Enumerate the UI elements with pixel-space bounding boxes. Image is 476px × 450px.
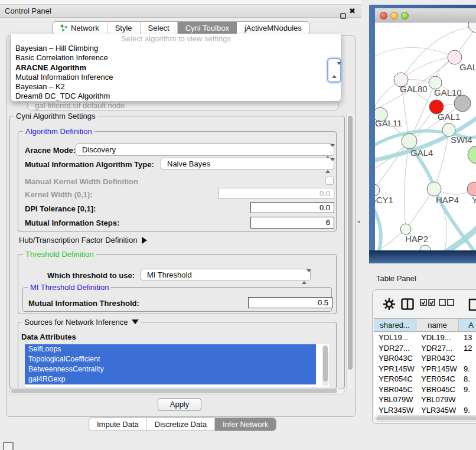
tab-network[interactable]: Network <box>53 22 107 34</box>
network-canvas[interactable]: GALGAL80GAL10GAL1GAL11SWI4GAL4GCY1HAP4YH… <box>375 22 476 250</box>
dropdown-item-aracne-algorithm[interactable]: ARACNE Algorithm <box>11 63 341 73</box>
tab-select[interactable]: Select <box>141 22 178 34</box>
node-label-hap2: HAP2 <box>405 234 428 244</box>
new-table-icon[interactable] <box>468 298 476 314</box>
column-header-name[interactable]: name <box>416 319 459 331</box>
mi-threshold-field[interactable]: 0.5 <box>248 297 332 308</box>
float-window-icon[interactable] <box>340 13 346 19</box>
mi-steps-field[interactable]: 6 <box>250 217 334 229</box>
tab-label: jActiveMNodules <box>244 24 302 32</box>
tab-label: Network <box>71 24 99 32</box>
dropdown-item-dream8-dc-tdc-algorithm[interactable]: Dream8 DC_TDC Algorithm <box>11 92 341 101</box>
top-strip <box>0 0 361 5</box>
dropdown-item-bayesian-hill-climbing[interactable]: Bayesian – Hill Climbing <box>11 44 341 53</box>
stepper-icon <box>325 146 330 157</box>
table-row[interactable]: YBR043CYBR043C <box>374 353 476 364</box>
network-node[interactable] <box>454 95 471 112</box>
node-label-gal: GAL <box>459 62 476 72</box>
network-window-titlebar[interactable] <box>375 8 476 22</box>
table-cell: YDL19... <box>416 332 459 343</box>
apply-button[interactable]: Apply <box>158 398 201 411</box>
bottom-tabbar: Impute DataDiscretize DataInfer Network <box>89 418 276 431</box>
network-edge <box>375 141 409 190</box>
network-node-hap4[interactable] <box>427 182 441 196</box>
list-scrollbar[interactable] <box>322 345 328 386</box>
kernel-width-label: Kernel Width (0,1): <box>25 190 93 199</box>
table-cell: YDR27... <box>374 343 416 354</box>
network-node-gcy1[interactable] <box>375 184 380 196</box>
network-node[interactable] <box>468 146 476 164</box>
zoom-traffic-light-icon[interactable] <box>401 12 409 19</box>
data-attributes-list[interactable]: SelfLoopsTopologicalCoefficientBetweenne… <box>25 344 329 387</box>
tab-style[interactable]: Style <box>107 22 141 34</box>
sources-toggle[interactable]: Sources for Network Inference <box>22 318 141 327</box>
tab-infer-network[interactable]: Infer Network <box>215 418 276 431</box>
docked-panel-icon[interactable] <box>3 442 14 450</box>
node-label-gal80: GAL80 <box>400 84 428 94</box>
node-label-gal10: GAL10 <box>434 87 462 97</box>
tab-impute-data[interactable]: Impute Data <box>89 418 147 431</box>
attribute-item-selfloops[interactable]: SelfLoops <box>25 344 316 354</box>
columns-icon[interactable] <box>401 298 414 312</box>
table-row[interactable]: YBL079WYBL079W <box>374 394 476 405</box>
node-table-rows: YDL19...YDL19...13YDR27...YDR27...12YBR0… <box>374 332 476 415</box>
table-panel: shared...nameA YDL19...YDL19...13YDR27..… <box>372 289 476 424</box>
dropdown-item-bayesian-k2[interactable]: Bayesian – K2 <box>11 82 341 92</box>
kernel-width-field[interactable]: 0.0 <box>219 188 334 199</box>
close-icon[interactable]: ✖ <box>349 6 356 15</box>
group-title: Algorithm Definition <box>23 127 94 136</box>
table-row[interactable]: YDL19...YDL19...13 <box>374 332 476 343</box>
horizontal-scrollbar[interactable] <box>9 388 345 394</box>
tab-cyni-toolbox[interactable]: Cyni Toolbox <box>178 22 237 34</box>
splitter-handle[interactable]: ◄ <box>356 219 361 224</box>
network-node-gal4[interactable] <box>402 133 417 149</box>
table-cell: YDR27... <box>416 343 459 354</box>
deselect-all-checkboxes-icon[interactable] <box>439 298 454 309</box>
table-row[interactable]: YPR145WYPR145W9. <box>374 364 476 374</box>
table-cell: YER054C <box>416 374 459 384</box>
column-header-shared[interactable]: shared... <box>374 319 416 331</box>
node-label-swi4: SWI4 <box>451 135 472 145</box>
algorithm-combo-stepper[interactable] <box>327 58 341 83</box>
network-node-hap2[interactable] <box>400 224 411 234</box>
table-row[interactable]: YBR045CYBR045C9. <box>374 384 476 395</box>
close-traffic-light-icon[interactable] <box>380 12 387 19</box>
network-node[interactable] <box>468 22 476 32</box>
screen: Control Panel ✖ NetworkStyleSelectCyni T… <box>0 0 476 450</box>
data-attributes-label: Data Attributes <box>21 332 76 341</box>
dropdown-item-basic-correlation-inference[interactable]: Basic Correlation Inference <box>11 53 341 63</box>
column-header-a[interactable]: A <box>459 319 476 331</box>
dropdown-item-mutual-information-inference[interactable]: Mutual Information Inference <box>11 73 341 82</box>
hub-definition-toggle[interactable]: Hub/Transcription Factor Definition <box>19 236 147 244</box>
table-horizontal-scrollbar[interactable] <box>375 415 476 422</box>
network-edge <box>401 57 455 80</box>
table-cell: YPR145W <box>416 364 459 374</box>
stepper-icon <box>332 65 341 76</box>
tab-discretize-data[interactable]: Discretize Data <box>147 418 215 431</box>
table-row[interactable]: YDR27...YDR27...12 <box>374 343 476 354</box>
gear-icon[interactable] <box>383 298 395 312</box>
algorithm-dropdown: Select algorithm to view settings Bayesi… <box>11 34 341 102</box>
aracne-mode-combo[interactable]: Discovery <box>76 144 334 156</box>
vertical-scrollbar[interactable] <box>346 113 353 389</box>
node-label-gal1: GAL1 <box>438 112 460 122</box>
attribute-item-topologicalcoefficient[interactable]: TopologicalCoefficient <box>25 354 316 364</box>
select-all-checkboxes-icon[interactable] <box>420 298 435 309</box>
minimize-traffic-light-icon[interactable] <box>390 12 398 19</box>
tab-jactivemnodules[interactable]: jActiveMNodules <box>237 22 309 34</box>
table-row[interactable]: YLR345WYLR345W9. <box>374 405 476 416</box>
table-cell: 9. <box>459 405 476 416</box>
table-cell: YBR043C <box>374 353 416 364</box>
dpi-tolerance-field[interactable]: 0.0 <box>250 202 334 213</box>
attribute-item-betweennesscentrality[interactable]: BetweennessCentrality <box>25 364 316 374</box>
mi-type-label: Mutual Information Algorithm Type: <box>25 160 154 169</box>
which-threshold-combo[interactable]: MI Threshold <box>141 269 311 281</box>
manual-kernel-checkbox[interactable] <box>325 177 334 185</box>
dropdown-prompt: Select algorithm to view settings <box>11 34 341 44</box>
mi-type-combo[interactable]: Naive Bayes <box>161 158 334 170</box>
network-node-y[interactable] <box>467 182 476 196</box>
table-row[interactable]: YER054CYER054C8. <box>374 374 476 384</box>
which-threshold-label: Which threshold to use: <box>47 271 135 280</box>
attribute-item-gal4rgexp[interactable]: gal4RGexp <box>25 374 316 384</box>
expand-right-icon <box>142 237 147 244</box>
